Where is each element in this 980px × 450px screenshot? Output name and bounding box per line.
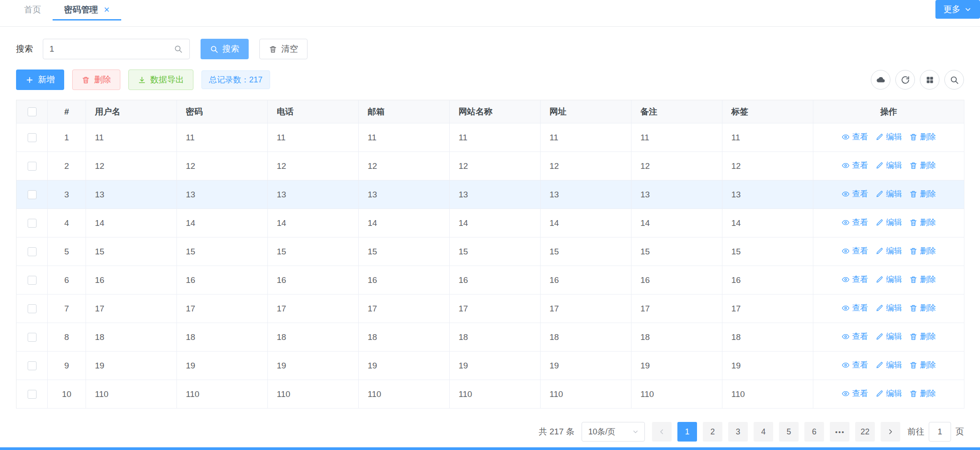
search-input[interactable] bbox=[43, 39, 190, 59]
row-checkbox[interactable] bbox=[28, 276, 37, 285]
pager-more-button[interactable]: ••• bbox=[830, 422, 849, 442]
row-checkbox[interactable] bbox=[28, 390, 37, 399]
goto-page-input[interactable] bbox=[929, 422, 951, 442]
row-checkbox[interactable] bbox=[28, 361, 37, 370]
edit-link[interactable]: 编辑 bbox=[875, 388, 902, 399]
edit-link[interactable]: 编辑 bbox=[875, 188, 902, 199]
edit-link[interactable]: 编辑 bbox=[875, 217, 902, 228]
plus-icon bbox=[25, 76, 34, 84]
pager-page-4[interactable]: 4 bbox=[754, 422, 773, 442]
actions-cell: 查看编辑删除 bbox=[813, 352, 964, 380]
delete-link[interactable]: 删除 bbox=[909, 245, 936, 256]
pager-page-5[interactable]: 5 bbox=[779, 422, 799, 442]
delete-link[interactable]: 删除 bbox=[909, 303, 936, 313]
delete-link[interactable]: 删除 bbox=[909, 388, 936, 399]
view-link[interactable]: 查看 bbox=[841, 303, 868, 313]
edit-link[interactable]: 编辑 bbox=[875, 274, 902, 285]
pager-page-3[interactable]: 3 bbox=[728, 422, 748, 442]
edit-icon bbox=[875, 133, 884, 141]
refresh-button[interactable] bbox=[895, 70, 915, 90]
table-cell: 13 bbox=[268, 180, 359, 209]
row-checkbox[interactable] bbox=[28, 247, 37, 256]
clear-button[interactable]: 清空 bbox=[259, 39, 308, 59]
view-link[interactable]: 查看 bbox=[841, 360, 868, 370]
tab-password-management[interactable]: 密码管理 × bbox=[53, 0, 121, 20]
delete-link[interactable]: 删除 bbox=[909, 274, 936, 285]
toolbar-row: 新增 删除 数据导出 总记录数：217 bbox=[16, 70, 964, 90]
table-cell: 12 bbox=[450, 152, 541, 180]
table-cell: 16 bbox=[450, 266, 541, 295]
table-cell: 12 bbox=[86, 152, 177, 180]
table-cell: 16 bbox=[631, 266, 722, 295]
table-cell: 110 bbox=[359, 380, 450, 409]
tab-home[interactable]: 首页 bbox=[12, 0, 53, 20]
table-cell: 18 bbox=[177, 323, 268, 352]
row-checkbox[interactable] bbox=[28, 133, 37, 142]
view-link[interactable]: 查看 bbox=[841, 188, 868, 199]
delete-link[interactable]: 删除 bbox=[909, 360, 936, 370]
grid-columns-button[interactable] bbox=[920, 70, 939, 90]
search-button[interactable]: 搜索 bbox=[201, 39, 249, 59]
delete-button[interactable]: 删除 bbox=[72, 70, 120, 90]
search-row: 搜索 搜索 清空 bbox=[16, 39, 964, 59]
table-cell: 17 bbox=[86, 295, 177, 323]
delete-link[interactable]: 删除 bbox=[909, 331, 936, 342]
edit-icon bbox=[875, 304, 884, 312]
edit-link[interactable]: 编辑 bbox=[875, 160, 902, 171]
bottom-accent-bar bbox=[0, 447, 980, 450]
select-all-checkbox[interactable] bbox=[28, 107, 37, 116]
row-checkbox[interactable] bbox=[28, 190, 37, 199]
pager-page-6[interactable]: 6 bbox=[804, 422, 824, 442]
view-link[interactable]: 查看 bbox=[841, 274, 868, 285]
pager-prev-button[interactable] bbox=[652, 422, 672, 442]
trash-icon bbox=[909, 133, 918, 141]
edit-link[interactable]: 编辑 bbox=[875, 331, 902, 342]
page-size-select[interactable]: 10条/页 bbox=[582, 422, 645, 442]
actions-cell: 查看编辑删除 bbox=[813, 209, 964, 237]
pager-page-1[interactable]: 1 bbox=[677, 422, 697, 442]
delete-link[interactable]: 删除 bbox=[909, 217, 936, 228]
cloud-download-button[interactable] bbox=[871, 70, 890, 90]
view-link[interactable]: 查看 bbox=[841, 245, 868, 256]
search-button-label: 搜索 bbox=[222, 43, 239, 55]
table-search-button[interactable] bbox=[944, 70, 964, 90]
edit-link[interactable]: 编辑 bbox=[875, 303, 902, 313]
table-cell: 17 bbox=[268, 295, 359, 323]
more-button[interactable]: 更多 bbox=[935, 0, 980, 19]
column-header: # bbox=[48, 100, 86, 123]
delete-link[interactable]: 删除 bbox=[909, 131, 936, 142]
table-cell: 11 bbox=[450, 123, 541, 152]
row-checkbox[interactable] bbox=[28, 162, 37, 171]
delete-link[interactable]: 删除 bbox=[909, 160, 936, 171]
column-header: 标签 bbox=[722, 100, 813, 123]
trash-icon bbox=[909, 190, 918, 198]
edit-link[interactable]: 编辑 bbox=[875, 131, 902, 142]
view-link[interactable]: 查看 bbox=[841, 131, 868, 142]
chevron-down-icon bbox=[964, 5, 972, 13]
delete-button-label: 删除 bbox=[94, 74, 111, 86]
actions-cell: 查看编辑删除 bbox=[813, 380, 964, 409]
close-tab-icon[interactable]: × bbox=[104, 5, 110, 15]
table-cell: 18 bbox=[86, 323, 177, 352]
view-link[interactable]: 查看 bbox=[841, 217, 868, 228]
table-row: 10110110110110110110110110查看编辑删除 bbox=[16, 380, 964, 409]
view-link[interactable]: 查看 bbox=[841, 388, 868, 399]
view-link[interactable]: 查看 bbox=[841, 160, 868, 171]
export-button[interactable]: 数据导出 bbox=[128, 70, 193, 90]
table-cell: 15 bbox=[359, 237, 450, 266]
row-checkbox[interactable] bbox=[28, 219, 37, 228]
pager-page-2[interactable]: 2 bbox=[703, 422, 722, 442]
add-button[interactable]: 新增 bbox=[16, 70, 64, 90]
view-link[interactable]: 查看 bbox=[841, 331, 868, 342]
pager-page-22[interactable]: 22 bbox=[855, 422, 875, 442]
table-cell: 13 bbox=[541, 180, 631, 209]
delete-link[interactable]: 删除 bbox=[909, 188, 936, 199]
table-cell: 14 bbox=[541, 209, 631, 237]
table-cell: 17 bbox=[359, 295, 450, 323]
row-checkbox[interactable] bbox=[28, 304, 37, 313]
table-cell: 12 bbox=[268, 152, 359, 180]
pager-next-button[interactable] bbox=[881, 422, 900, 442]
edit-link[interactable]: 编辑 bbox=[875, 360, 902, 370]
row-checkbox[interactable] bbox=[28, 333, 37, 342]
edit-link[interactable]: 编辑 bbox=[875, 245, 902, 256]
